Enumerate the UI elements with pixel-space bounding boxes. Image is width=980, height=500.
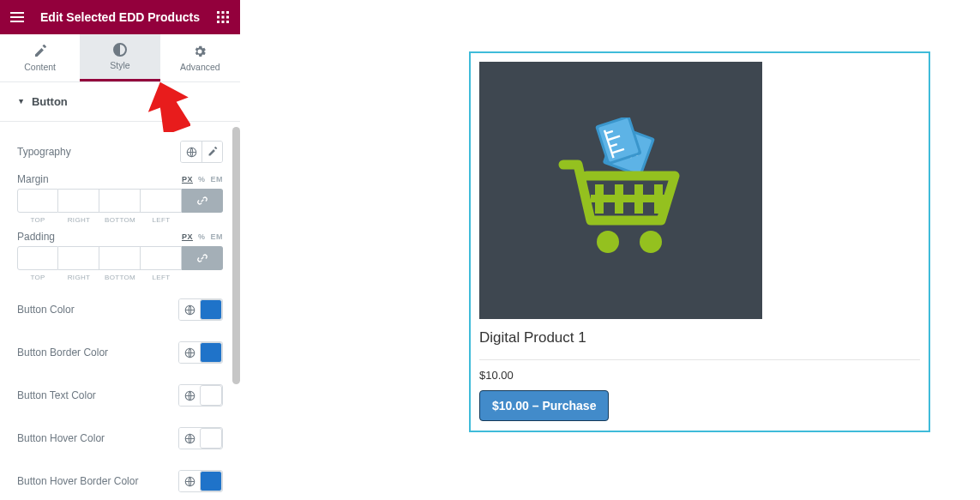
- margin-unit-pct[interactable]: %: [198, 175, 206, 184]
- margin-right-input[interactable]: [58, 189, 99, 213]
- color-label: Button Hover Border Color: [17, 475, 138, 487]
- gear-icon: [193, 45, 207, 58]
- padding-unit-px[interactable]: PX: [182, 232, 193, 241]
- svg-rect-10: [222, 21, 225, 23]
- typography-edit-button[interactable]: [201, 142, 222, 162]
- padding-link-button[interactable]: [182, 246, 223, 270]
- topbar-title: Edit Selected EDD Products: [34, 10, 206, 24]
- margin-side-bottom: BOTTOM: [99, 216, 141, 224]
- color-swatch[interactable]: [200, 342, 222, 363]
- link-icon: [196, 195, 208, 207]
- globe-icon: [184, 433, 195, 444]
- row-typography: Typography: [17, 130, 223, 173]
- padding-unit-pct[interactable]: %: [198, 232, 206, 241]
- padding-top-input[interactable]: [17, 246, 58, 270]
- padding-left-input[interactable]: [141, 246, 182, 270]
- tab-content[interactable]: Content: [0, 34, 80, 81]
- margin-label: Margin: [17, 173, 49, 185]
- menu-button[interactable]: [0, 0, 34, 34]
- color-controls: [178, 470, 223, 492]
- svg-rect-2: [10, 21, 24, 22]
- svg-rect-4: [222, 11, 225, 14]
- color-label: Button Color: [17, 304, 75, 316]
- tab-style[interactable]: Style: [80, 34, 159, 81]
- svg-rect-11: [226, 21, 229, 23]
- padding-unit-em[interactable]: EM: [211, 232, 224, 241]
- color-row-1: Button Border Color: [17, 331, 223, 374]
- color-controls: [178, 298, 223, 321]
- control-margin: Margin PX % EM TOP RIGHT BOTTOM: [17, 173, 223, 224]
- caret-down-icon: ▲: [17, 98, 25, 106]
- svg-rect-1: [10, 16, 24, 18]
- color-swatch[interactable]: [200, 471, 222, 491]
- sidebar-scrollbar-thumb[interactable]: [232, 127, 240, 384]
- product-image: ZIP: [479, 62, 762, 319]
- link-icon: [196, 252, 208, 264]
- color-globe-button[interactable]: [179, 471, 200, 491]
- pencil-icon: [207, 147, 218, 157]
- sidebar-scrollbar-track[interactable]: [232, 34, 240, 500]
- color-label: Button Text Color: [17, 389, 96, 401]
- editor-tabs: Content Style Advanced: [0, 34, 240, 82]
- color-swatch[interactable]: [200, 299, 222, 320]
- hamburger-icon: [10, 10, 24, 24]
- tab-style-label: Style: [110, 60, 129, 70]
- padding-right-input[interactable]: [58, 246, 99, 270]
- section-button-toggle[interactable]: ▲ Button: [0, 82, 240, 122]
- color-row-3: Button Hover Color: [17, 417, 223, 460]
- margin-side-left: LEFT: [141, 216, 182, 224]
- svg-rect-7: [222, 16, 225, 19]
- margin-left-input[interactable]: [141, 189, 182, 213]
- color-label: Button Border Color: [17, 346, 108, 358]
- color-controls: [178, 427, 223, 449]
- color-globe-button[interactable]: [179, 299, 200, 320]
- margin-link-button[interactable]: [182, 189, 223, 213]
- product-title[interactable]: Digital Product 1: [479, 329, 920, 346]
- pencil-icon: [33, 45, 47, 58]
- color-globe-button[interactable]: [179, 385, 200, 406]
- padding-side-top: TOP: [17, 274, 58, 281]
- editor-sidebar: Edit Selected EDD Products Content Style…: [0, 0, 240, 500]
- tab-content-label: Content: [24, 62, 56, 72]
- globe-icon: [184, 347, 195, 358]
- svg-point-34: [597, 231, 619, 253]
- margin-unit-px[interactable]: PX: [182, 175, 193, 184]
- preview-canvas: ZIP: [240, 0, 980, 500]
- widget-selection-frame[interactable]: ZIP: [469, 51, 930, 432]
- purchase-button[interactable]: $10.00 – Purchase: [479, 390, 609, 421]
- globe-icon: [184, 304, 195, 316]
- svg-rect-9: [217, 21, 219, 23]
- svg-point-35: [640, 231, 662, 253]
- separator: [479, 359, 920, 360]
- svg-rect-0: [10, 12, 24, 14]
- padding-bottom-input[interactable]: [99, 246, 141, 270]
- color-row-2: Button Text Color: [17, 374, 223, 417]
- control-padding: Padding PX % EM TOP RIGHT BOTTOM: [17, 231, 223, 281]
- color-label: Button Hover Color: [17, 432, 105, 444]
- controls-panel: Typography Margin PX % EM: [0, 122, 240, 500]
- typography-globe-button[interactable]: [181, 142, 201, 162]
- typography-buttons: [180, 141, 223, 163]
- padding-side-bottom: BOTTOM: [99, 274, 141, 281]
- padding-inputs: [17, 246, 223, 270]
- globe-icon: [184, 476, 195, 487]
- padding-side-right: RIGHT: [58, 274, 99, 281]
- margin-unit-em[interactable]: EM: [211, 175, 224, 184]
- color-swatch[interactable]: [200, 428, 222, 449]
- section-title: Button: [32, 95, 68, 108]
- cart-zip-icon: ZIP: [548, 117, 694, 263]
- typography-label: Typography: [17, 146, 71, 158]
- tab-advanced[interactable]: Advanced: [160, 34, 240, 81]
- color-globe-button[interactable]: [179, 428, 200, 449]
- padding-units: PX % EM: [182, 232, 223, 241]
- color-swatch[interactable]: [200, 385, 222, 406]
- margin-bottom-input[interactable]: [99, 189, 141, 213]
- widgets-grid-button[interactable]: [206, 0, 240, 34]
- margin-units: PX % EM: [182, 175, 223, 184]
- margin-top-input[interactable]: [17, 189, 58, 213]
- margin-side-top: TOP: [17, 216, 58, 224]
- svg-rect-8: [226, 16, 229, 19]
- margin-side-right: RIGHT: [58, 216, 99, 224]
- svg-rect-6: [217, 16, 219, 19]
- color-globe-button[interactable]: [179, 342, 200, 363]
